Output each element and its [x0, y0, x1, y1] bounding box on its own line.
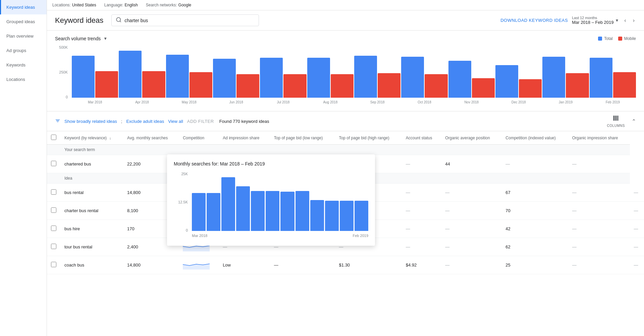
select-all-checkbox[interactable] [51, 135, 56, 140]
row-checkbox[interactable] [51, 226, 56, 231]
legend-mobile: Mobile [618, 36, 636, 41]
th-ad-impression[interactable]: Ad impression share [219, 131, 270, 145]
legend-total-dot [598, 37, 602, 41]
sort-icon: ↓ [109, 136, 111, 140]
mini-bar [207, 193, 220, 231]
topbar: Locations: United States Language: Engli… [47, 0, 644, 10]
row-checkbox[interactable] [51, 244, 56, 249]
th-top-bid-high[interactable]: Top of page bid (high range) [335, 131, 402, 145]
sidebar-item-keywords[interactable]: Keywords [0, 58, 47, 72]
total-bar [448, 61, 471, 98]
th-competition[interactable]: Competition [179, 131, 219, 145]
total-bar [354, 56, 377, 98]
add-filter-button[interactable]: ADD FILTER [187, 119, 214, 124]
mini-bar [340, 201, 354, 231]
mini-bar-chart: 25K12.5K0 Mar 2018 Feb 2019 [174, 172, 368, 239]
total-bar [495, 65, 518, 98]
total-bar [401, 57, 424, 98]
search-box[interactable] [111, 14, 259, 26]
mini-bar [280, 192, 294, 231]
th-keyword[interactable]: Keyword (by relevance) ↓ [60, 131, 123, 145]
th-organic-avg[interactable]: Organic average position [441, 131, 501, 145]
row-checkbox[interactable] [51, 262, 56, 267]
tooltip-title: Monthly searches for: Mar 2018 – Feb 201… [174, 161, 368, 166]
bar-group [213, 59, 259, 98]
mobile-bar [236, 74, 259, 98]
mini-bar [266, 191, 279, 231]
sidebar-item-plan-overview[interactable]: Plan overview [0, 29, 47, 43]
mini-chart-inner: 25K12.5K0 [174, 172, 368, 232]
mini-bar [296, 191, 309, 231]
mini-bar [251, 191, 265, 231]
mobile-bar [519, 79, 542, 98]
th-organic-impression[interactable]: Organic impression share [568, 131, 630, 145]
mini-bar [310, 200, 324, 231]
bar-group [542, 57, 589, 98]
bar-group [119, 51, 165, 98]
page-title: Keyword ideas [55, 16, 103, 25]
mobile-bar [283, 74, 306, 98]
chart-section: Search volume trends ▼ Total Mobile [47, 31, 644, 111]
bar-group [166, 55, 212, 98]
th-account-status[interactable]: Account status [402, 131, 441, 145]
mobile-bar [142, 71, 165, 98]
sidebar-item-ad-groups[interactable]: Ad groups [0, 43, 47, 58]
filter-icon [55, 118, 60, 125]
mini-bar [355, 201, 368, 231]
y-axis: 500K250K0 [55, 45, 70, 99]
th-avg-monthly[interactable]: Avg. monthly searches [123, 131, 179, 145]
th-competition-idx[interactable]: Competition (indexed value) [501, 131, 568, 145]
sidebar-item-keyword-ideas[interactable]: Keyword ideas [0, 0, 47, 14]
chart-legend: Total Mobile [598, 36, 636, 41]
mini-bar [325, 201, 339, 231]
x-labels: Mar 2018Apr 2018May 2018Jun 2018Jul 2018… [55, 100, 636, 104]
mobile-bar [566, 73, 589, 98]
columns-button[interactable]: COLUMNS [607, 115, 625, 128]
bar-chart: 500K250K0 Mar 2018Apr 2018May 2018Jun 20… [55, 45, 636, 106]
mini-bar [236, 186, 250, 231]
total-bar [542, 57, 565, 98]
exclude-adult-link[interactable]: Exclude adult ideas [126, 119, 164, 124]
bar-group [72, 56, 118, 98]
chart-dropdown-icon[interactable]: ▼ [103, 36, 107, 41]
mobile-bar [425, 74, 447, 98]
bar-group [590, 58, 636, 98]
th-top-bid-low[interactable]: Top of page bid (low range) [270, 131, 335, 145]
table-row: coach bus 14,800 Low — $1.30 $4.92 — 25 … [47, 256, 644, 274]
topbar-language: Language: English [104, 3, 138, 7]
download-button[interactable]: DOWNLOAD KEYWORD IDEAS [500, 18, 568, 23]
mobile-bar [95, 71, 118, 98]
svg-point-0 [117, 17, 121, 21]
sidebar: Keyword ideas Grouped ideas Plan overvie… [0, 0, 47, 336]
legend-mobile-dot [618, 37, 622, 41]
section-your-search-term: Your search term [47, 145, 644, 155]
search-icon [116, 17, 122, 24]
sidebar-item-locations[interactable]: Locations [0, 72, 47, 87]
search-input[interactable] [124, 18, 255, 23]
date-next-button[interactable]: › [632, 16, 636, 25]
date-prev-button[interactable]: ‹ [623, 16, 627, 25]
row-checkbox[interactable] [51, 161, 56, 166]
bar-group [448, 61, 495, 98]
bar-chart-inner: 500K250K0 [55, 45, 636, 99]
topbar-locations: Locations: United States [52, 3, 96, 7]
view-all-link[interactable]: View all [168, 119, 183, 124]
bar-group [260, 58, 306, 98]
total-bar [166, 55, 189, 98]
show-related-link[interactable]: Show broadly related ideas [64, 119, 117, 124]
th-select-all[interactable] [47, 131, 60, 145]
collapse-button[interactable]: ⌃ [632, 118, 636, 125]
svg-marker-6 [183, 246, 210, 251]
row-checkbox[interactable] [51, 207, 56, 213]
row-checkbox[interactable] [51, 189, 56, 195]
total-bar [213, 59, 236, 98]
total-bar [307, 58, 330, 98]
columns-icon [612, 115, 619, 123]
total-bar [72, 56, 95, 98]
mobile-bar [472, 78, 495, 98]
sidebar-item-grouped-ideas[interactable]: Grouped ideas [0, 14, 47, 29]
date-range-selector[interactable]: Last 12 months Mar 2018 – Feb 2019 ▼ [572, 16, 619, 25]
mobile-bar [378, 73, 400, 98]
mini-bar [221, 177, 235, 231]
bar-group [495, 65, 542, 98]
